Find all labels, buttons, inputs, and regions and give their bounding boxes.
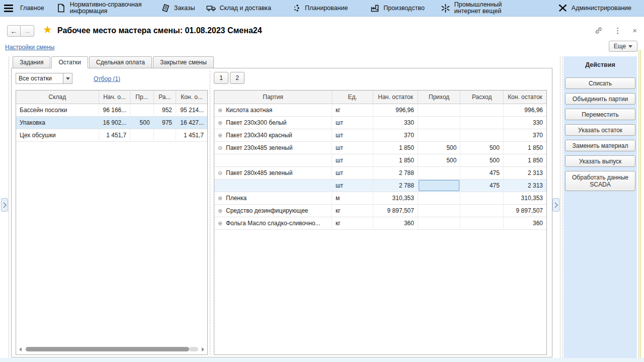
- close-icon[interactable]: ×: [632, 27, 637, 35]
- batch-name-cell[interactable]: ⊕Пленка: [214, 192, 332, 204]
- column-header[interactable]: Приход: [418, 90, 460, 104]
- unit-cell[interactable]: шт: [332, 154, 373, 166]
- batch-name-cell[interactable]: ⊖Пакет 280х485 зеленый: [214, 166, 332, 179]
- tab-leftovers[interactable]: Остатки: [51, 56, 88, 68]
- batch-row[interactable]: ⊖Пакет 230х485 зеленыйшт1 8505005001 850: [214, 141, 546, 154]
- pager-button-1[interactable]: 1: [214, 72, 228, 84]
- income-cell[interactable]: [418, 217, 460, 229]
- expense-cell[interactable]: 475: [460, 166, 504, 179]
- leftovers-filter-select[interactable]: Все остатки: [16, 73, 72, 84]
- panel-splitter[interactable]: [210, 70, 210, 354]
- warehouse-row[interactable]: Бассейн посолки96 166...95295 214...: [16, 104, 207, 116]
- more-button[interactable]: Еще: [609, 41, 637, 52]
- write-off-button[interactable]: Списать: [565, 77, 635, 89]
- begin-cell[interactable]: 2 788: [373, 179, 418, 192]
- warehouse-value-cell[interactable]: 1 451,7: [99, 129, 130, 141]
- tab-shift-close[interactable]: Закрытие смены: [153, 56, 214, 68]
- end-cell[interactable]: 9 897,507: [503, 204, 546, 217]
- warehouse-value-cell[interactable]: [130, 129, 153, 141]
- end-cell[interactable]: 2 313: [503, 179, 546, 192]
- end-cell[interactable]: 360: [503, 217, 546, 229]
- warehouse-value-cell[interactable]: 1 451,7: [176, 129, 207, 141]
- begin-cell[interactable]: 370: [373, 129, 418, 141]
- income-edit-cell[interactable]: [418, 179, 460, 192]
- warehouse-value-cell[interactable]: 16 902...: [99, 116, 130, 129]
- unit-cell[interactable]: кг: [332, 217, 373, 229]
- collapse-minus-icon[interactable]: ⊖: [218, 170, 226, 176]
- begin-cell[interactable]: 1 850: [373, 141, 418, 154]
- warehouse-value-cell[interactable]: [153, 129, 176, 141]
- batch-row[interactable]: ⊕Средство дезинфицирующеекг9 897,5079 89…: [214, 204, 546, 217]
- income-cell[interactable]: 500: [418, 154, 460, 166]
- warehouse-row[interactable]: Упаковка16 902...50097516 427...: [16, 116, 207, 129]
- set-output-button[interactable]: Указать выпуск: [565, 155, 635, 167]
- more-options-icon[interactable]: ⋮: [614, 27, 621, 35]
- batch-name-cell[interactable]: ⊖Пакет 230х485 зеленый: [214, 141, 332, 154]
- set-balance-button[interactable]: Указать остаток: [565, 124, 635, 136]
- menu-item-iot[interactable]: Промышленный интернет вещей: [441, 2, 530, 15]
- batch-name-cell[interactable]: [214, 179, 332, 192]
- filter-link[interactable]: Отбор (1): [94, 75, 120, 82]
- expand-plus-icon[interactable]: ⊕: [218, 195, 226, 202]
- begin-cell[interactable]: 1 850: [373, 154, 418, 166]
- expand-plus-icon[interactable]: ⊕: [218, 120, 226, 126]
- end-cell[interactable]: 1 850: [503, 141, 546, 154]
- unit-cell[interactable]: шт: [332, 179, 373, 192]
- warehouse-row[interactable]: Цех обсушки1 451,71 451,7: [16, 129, 207, 141]
- column-header[interactable]: Пр...: [130, 90, 153, 104]
- menu-item-production[interactable]: Производство: [370, 4, 425, 13]
- column-header[interactable]: Ед.: [332, 90, 373, 104]
- begin-cell[interactable]: 360: [373, 217, 418, 229]
- batch-row[interactable]: ⊕Пакет 230х340 красныйшт370370: [214, 129, 546, 141]
- batch-row[interactable]: ⊕Пленкам310,353310,353: [214, 192, 546, 204]
- batch-row[interactable]: шт1 8505005001 850: [214, 154, 546, 166]
- warehouse-name-cell[interactable]: Цех обсушки: [16, 129, 99, 141]
- batch-name-cell[interactable]: ⊕Фольга Масло сладко-сливочно...: [214, 217, 332, 229]
- unit-cell[interactable]: кг: [332, 204, 373, 217]
- hamburger-icon[interactable]: [4, 5, 13, 12]
- batch-row[interactable]: ⊕Кислота азотнаякг996,96996,96: [214, 104, 546, 116]
- column-header[interactable]: Нач. остаток: [373, 90, 418, 104]
- warehouse-value-cell[interactable]: 500: [130, 116, 153, 129]
- favorite-star-icon[interactable]: ★: [43, 24, 52, 36]
- batch-name-cell[interactable]: ⊕Пакет 230х340 красный: [214, 129, 332, 141]
- expense-cell[interactable]: [460, 192, 504, 204]
- forward-button[interactable]: →: [21, 25, 34, 37]
- batch-row[interactable]: ⊖Пакет 280х485 зеленыйшт2 7884752 313: [214, 166, 546, 179]
- expand-plus-icon[interactable]: ⊕: [218, 208, 226, 214]
- income-cell[interactable]: [418, 116, 460, 129]
- right-panel-expand-button[interactable]: [552, 198, 559, 212]
- menu-item-nsi[interactable]: Нормативно-справочная информация: [56, 2, 145, 15]
- expand-plus-icon[interactable]: ⊕: [218, 220, 226, 227]
- begin-cell[interactable]: 330: [373, 116, 418, 129]
- expense-cell[interactable]: [460, 204, 504, 217]
- end-cell[interactable]: 330: [503, 116, 546, 129]
- batch-row[interactable]: шт2 7884752 313: [214, 179, 546, 192]
- income-cell[interactable]: [418, 166, 460, 179]
- warehouse-name-cell[interactable]: Бассейн посолки: [16, 104, 99, 116]
- move-button[interactable]: Переместить: [565, 109, 635, 120]
- income-cell[interactable]: [418, 129, 460, 141]
- warehouse-value-cell[interactable]: 96 166...: [99, 104, 130, 116]
- tab-piecework[interactable]: Сдельная оплата: [89, 56, 152, 68]
- warehouse-value-cell[interactable]: 95 214...: [176, 104, 207, 116]
- collapsed-panel-strip[interactable]: [638, 50, 641, 362]
- unit-cell[interactable]: шт: [332, 141, 373, 154]
- expand-plus-icon[interactable]: ⊕: [218, 107, 226, 114]
- back-button[interactable]: ←: [7, 25, 21, 37]
- filter-select-arrow-button[interactable]: [63, 73, 72, 83]
- begin-cell[interactable]: 2 788: [373, 166, 418, 179]
- scroll-right-icon[interactable]: [202, 347, 204, 351]
- merge-batches-button[interactable]: Объединить партии: [565, 93, 635, 105]
- menu-item-home[interactable]: Главное: [20, 5, 44, 12]
- expense-cell[interactable]: [460, 104, 504, 116]
- left-panel-expand-button[interactable]: [1, 198, 8, 212]
- column-header[interactable]: Расход: [460, 90, 504, 104]
- unit-cell[interactable]: шт: [332, 166, 373, 179]
- column-header[interactable]: Партия: [214, 90, 332, 104]
- tab-tasks[interactable]: Задания: [13, 56, 50, 68]
- column-header[interactable]: Кон. остаток: [503, 90, 546, 104]
- expense-cell[interactable]: [460, 116, 504, 129]
- menu-item-planning[interactable]: Планирование: [291, 4, 348, 13]
- batch-name-cell[interactable]: ⊕Кислота азотная: [214, 104, 332, 116]
